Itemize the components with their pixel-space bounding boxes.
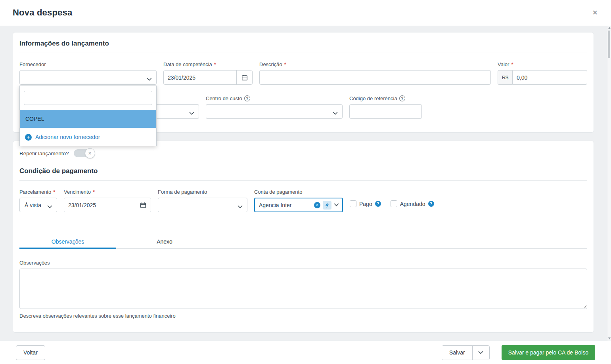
data-competencia-label: Data de competência * [163, 61, 253, 67]
salvar-button[interactable]: Salvar [442, 346, 472, 360]
conta-pagamento-value: Agencia Inter [259, 202, 312, 208]
pago-checkbox[interactable] [350, 200, 356, 207]
vencimento-input[interactable] [64, 198, 135, 212]
codigo-referencia-input[interactable] [349, 104, 422, 119]
chevron-down-icon [238, 204, 243, 210]
observacoes-helper-text: Descreva observações relevantes sobre es… [19, 313, 587, 319]
salvar-split-button: Salvar [442, 345, 490, 360]
centro-custo-field: Centro de custo ? [206, 95, 343, 119]
data-competencia-field: Data de competência * [163, 61, 253, 85]
parcelamento-label: Parcelamento * [19, 189, 57, 195]
codigo-referencia-label: Código de referência ? [349, 95, 422, 101]
valor-input[interactable] [512, 70, 587, 85]
required-asterisk: * [214, 61, 216, 67]
help-icon[interactable]: ? [399, 95, 405, 101]
observacoes-textarea[interactable] [19, 269, 587, 309]
info-row-1: Fornecedor COPEL + Adici [19, 61, 587, 85]
repetir-label: Repetir lançamento? [19, 151, 69, 156]
modal-body: Informações do lançamento Fornecedor [0, 26, 607, 341]
vencimento-field: Vencimento * [64, 189, 151, 212]
chevron-down-icon [47, 204, 52, 210]
modal-header: Nova despesa × [0, 0, 611, 25]
agendado-check-item: Agendado ? [391, 200, 434, 207]
section-launch-info: Informações do lançamento Fornecedor [13, 32, 594, 133]
section-title-info: Informações do lançamento [19, 40, 587, 48]
pago-check-item: Pago ? [350, 200, 381, 207]
scroll-down-icon[interactable] [608, 337, 611, 339]
vencimento-label: Vencimento * [64, 189, 151, 195]
agendado-label: Agendado [400, 201, 425, 207]
chevron-down-icon [189, 110, 194, 116]
valor-label: Valor * [498, 61, 587, 67]
data-competencia-input-group [163, 70, 253, 85]
centro-custo-label-text: Centro de custo [206, 95, 242, 101]
add-new-fornecedor-button[interactable]: + Adicionar novo fornecedor [20, 128, 156, 146]
fornecedor-dropdown-panel: COPEL + Adicionar novo fornecedor [19, 86, 157, 146]
tab-anexo[interactable]: Anexo [116, 234, 213, 248]
conta-pagamento-label-text: Conta de pagamento [254, 189, 302, 195]
required-asterisk: * [511, 61, 513, 67]
descricao-label-text: Descrição [259, 61, 282, 67]
descricao-label: Descrição * [259, 61, 491, 67]
conta-pagamento-label: Conta de pagamento [254, 189, 343, 195]
data-competencia-label-text: Data de competência [163, 61, 212, 67]
payment-status-checks: Pago ? Agendado ? [350, 189, 434, 207]
fornecedor-search-input[interactable] [24, 91, 152, 105]
forma-pagamento-select[interactable] [158, 198, 247, 212]
detail-tabs: Observações Anexo [19, 234, 587, 249]
scrollbar-thumb[interactable] [608, 30, 610, 58]
divider [19, 180, 587, 181]
currency-prefix: R$ [498, 70, 512, 85]
required-asterisk: * [93, 189, 95, 195]
voltar-button[interactable]: Voltar [16, 345, 45, 360]
pago-label: Pago [359, 201, 372, 207]
forma-pagamento-label: Forma de pagamento [158, 189, 247, 195]
toggle-off-icon: × [85, 148, 95, 158]
calendar-icon[interactable] [236, 71, 252, 84]
parcelamento-field: Parcelamento * À vista [19, 189, 57, 212]
valor-field: Valor * R$ [498, 61, 587, 85]
plus-icon: + [25, 134, 32, 141]
parcelamento-select[interactable]: À vista [19, 198, 57, 212]
chevron-down-icon [147, 76, 152, 82]
forma-pagamento-field: Forma de pagamento [158, 189, 247, 212]
vencimento-input-group [64, 198, 151, 212]
new-expense-modal: Nova despesa × Informações do lançamento… [0, 0, 611, 364]
conta-pagamento-select[interactable]: Agencia Inter × [254, 198, 343, 212]
valor-input-group: R$ [498, 70, 587, 85]
codigo-referencia-field: Código de referência ? [349, 95, 422, 119]
repetir-toggle[interactable]: × [74, 148, 95, 158]
add-new-fornecedor-label: Adicionar novo fornecedor [35, 134, 100, 140]
agendado-checkbox[interactable] [391, 200, 397, 207]
data-competencia-input[interactable] [164, 71, 236, 84]
fornecedor-label: Fornecedor [19, 61, 157, 67]
observacoes-label-text: Observações [19, 260, 50, 266]
calendar-icon[interactable] [135, 198, 151, 212]
chevron-down-icon [334, 203, 339, 207]
close-icon[interactable]: × [589, 7, 601, 19]
centro-custo-select[interactable] [206, 104, 343, 119]
page-title: Nova despesa [13, 8, 72, 18]
descricao-input[interactable] [259, 70, 491, 85]
scroll-up-icon[interactable] [608, 27, 611, 29]
fornecedor-option-copel[interactable]: COPEL [20, 110, 156, 128]
vencimento-label-text: Vencimento [64, 189, 91, 195]
fornecedor-select[interactable] [19, 70, 157, 85]
salvar-options-button[interactable] [472, 346, 489, 360]
required-asterisk: * [284, 61, 286, 67]
help-icon[interactable]: ? [375, 201, 381, 207]
help-icon[interactable]: ? [244, 95, 250, 101]
conta-pagamento-field: Conta de pagamento Agencia Inter × [254, 189, 343, 212]
salvar-pagar-button[interactable]: Salvar e pagar pelo CA de Bolso [502, 345, 595, 360]
help-icon[interactable]: ? [428, 201, 434, 207]
centro-custo-label: Centro de custo ? [206, 95, 343, 101]
lightning-icon[interactable] [323, 201, 331, 210]
tab-observacoes[interactable]: Observações [19, 234, 116, 248]
vertical-scrollbar[interactable] [607, 26, 611, 341]
clear-icon[interactable]: × [314, 202, 320, 208]
observacoes-label: Observações [19, 259, 587, 266]
section-payment: Repetir lançamento? × Condição de pagame… [13, 141, 594, 333]
forma-pagamento-label-text: Forma de pagamento [158, 189, 207, 195]
fornecedor-label-text: Fornecedor [19, 61, 46, 67]
required-asterisk: * [53, 189, 55, 195]
